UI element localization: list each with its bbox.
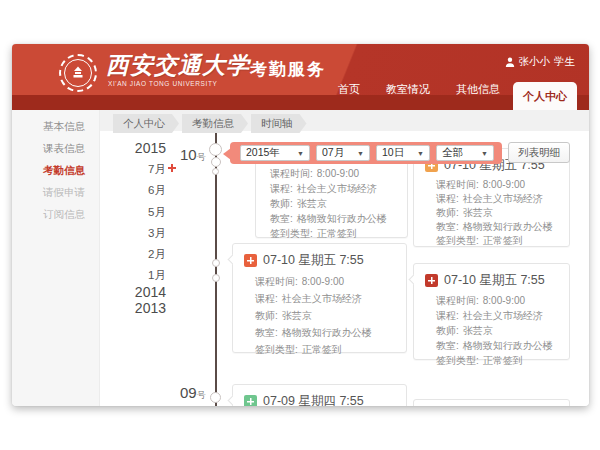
user-role: 学生 xyxy=(554,55,575,69)
user-menu[interactable]: 张小小 学生 xyxy=(505,55,576,69)
user-icon xyxy=(505,57,515,67)
nav-classrooms[interactable]: 教室情况 xyxy=(373,82,443,110)
timeline-year-2015[interactable]: 2015 xyxy=(100,140,166,156)
timeline-month-6[interactable]: 6月 xyxy=(100,183,166,198)
seal-icon xyxy=(425,274,438,287)
timeline-month-1[interactable]: 1月 xyxy=(100,268,166,283)
breadcrumb: 个人中心 考勤信息 时间轴 xyxy=(113,114,307,133)
attendance-card[interactable]: 07-10 星期五 7:55 课程时间:8:00-9:00 课程:社会主义市场经… xyxy=(232,243,407,353)
day-marker-10: 10号 xyxy=(180,146,206,164)
timeline-node xyxy=(212,168,219,175)
timeline-month-3[interactable]: 3月 xyxy=(100,226,166,241)
year-select[interactable]: 2015年 ▼ xyxy=(240,145,310,161)
timeline-year-2013[interactable]: 2013 xyxy=(100,300,166,316)
sidebar-item-subscriptions[interactable]: 订阅信息 xyxy=(12,203,99,225)
timeline-month-7[interactable]: 7月 xyxy=(100,162,166,177)
dropdown-arrow-icon: ▼ xyxy=(297,150,304,157)
app-window: 西安交通大学 XI'AN JIAO TONG UNIVERSITY 考勤服务 张… xyxy=(12,44,589,406)
timeline-node xyxy=(210,392,221,403)
day-select[interactable]: 10日 ▼ xyxy=(376,145,430,161)
timeline-node xyxy=(212,259,220,267)
nav-other-info[interactable]: 其他信息 xyxy=(443,82,513,110)
attendance-card[interactable]: 07-09 星期四 7:55 xyxy=(232,384,407,406)
timeline-year-2014[interactable]: 2014 xyxy=(100,284,166,300)
timeline-month-2[interactable]: 2月 xyxy=(100,247,166,262)
page-background: 西安交通大学 XI'AN JIAO TONG UNIVERSITY 考勤服务 张… xyxy=(0,0,600,450)
university-name-cn: 西安交通大学 xyxy=(106,50,250,81)
timeline-month-5[interactable]: 5月 xyxy=(100,205,166,220)
nav-home[interactable]: 首页 xyxy=(325,82,373,110)
month-select[interactable]: 07月 ▼ xyxy=(316,145,370,161)
list-detail-button[interactable]: 列表明细 xyxy=(508,142,570,163)
dropdown-arrow-icon: ▼ xyxy=(481,150,488,157)
timeline-node xyxy=(209,143,222,156)
breadcrumb-attendance[interactable]: 考勤信息 xyxy=(182,114,248,133)
user-name: 张小小 xyxy=(519,55,551,69)
university-emblem-icon xyxy=(64,59,92,87)
attendance-card[interactable] xyxy=(413,399,570,406)
sidebar-item-leave-request[interactable]: 请假申请 xyxy=(12,181,99,203)
sidebar-item-attendance[interactable]: 考勤信息 xyxy=(12,159,99,181)
sidebar-item-basic-info[interactable]: 基本信息 xyxy=(12,115,99,137)
calendar-icon xyxy=(244,395,257,406)
current-month-marker-icon xyxy=(168,164,176,172)
dropdown-arrow-icon: ▼ xyxy=(417,150,424,157)
type-select[interactable]: 全部 ▼ xyxy=(436,145,494,161)
university-name-en: XI'AN JIAO TONG UNIVERSITY xyxy=(108,80,217,87)
timeline-node xyxy=(212,274,220,282)
dropdown-arrow-icon: ▼ xyxy=(357,150,364,157)
breadcrumb-personal-center[interactable]: 个人中心 xyxy=(113,114,179,133)
app-title: 考勤服务 xyxy=(250,58,326,81)
main-nav: 首页 教室情况 其他信息 个人中心 xyxy=(325,82,577,110)
attendance-card[interactable]: 07-10 星期五 7:55 课程时间:8:00-9:00 课程:社会主义市场经… xyxy=(413,263,570,360)
breadcrumb-timeline[interactable]: 时间轴 xyxy=(251,114,307,133)
nav-personal-center[interactable]: 个人中心 xyxy=(513,82,577,110)
timeline-node xyxy=(211,157,221,167)
app-header: 西安交通大学 XI'AN JIAO TONG UNIVERSITY 考勤服务 张… xyxy=(12,44,589,110)
sidebar: 基本信息 课表信息 考勤信息 请假申请 订阅信息 xyxy=(12,110,100,406)
university-logo-icon xyxy=(59,54,97,92)
day-marker-09: 09号 xyxy=(180,384,206,402)
sidebar-item-schedule[interactable]: 课表信息 xyxy=(12,137,99,159)
calendar-icon xyxy=(244,254,257,267)
